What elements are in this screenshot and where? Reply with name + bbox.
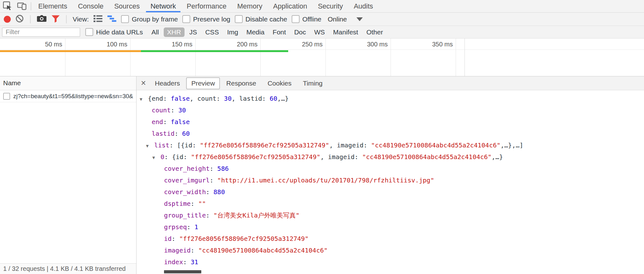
preview-row[interactable]: grpseq: 1 <box>137 221 644 233</box>
json-plain-token: : <box>191 200 198 207</box>
preview-row[interactable]: id: "ff276e8056f58896e7cf92505a312749" <box>137 233 644 245</box>
offline-checkbox[interactable]: Offline <box>292 15 321 23</box>
json-key-token: 0 <box>161 153 164 161</box>
json-plain-token: : [{id: <box>169 141 200 149</box>
json-num-token: 60 <box>270 95 277 102</box>
record-button[interactable] <box>4 16 11 23</box>
json-key-token: dsptime <box>164 200 191 207</box>
json-plain-token: : {id: <box>164 153 191 161</box>
large-request-rows-toggle[interactable] <box>93 15 103 24</box>
network-filter-bar: Hide data URLs AllXHRJSCSSImgMediaFontDo… <box>0 26 644 39</box>
detail-tab-cookies[interactable]: Cookies <box>263 77 297 89</box>
preview-row[interactable]: lastid: 60 <box>137 128 644 140</box>
preview-row[interactable]: ▼list: [{id: "ff276e8056f58896e7cf92505a… <box>137 140 644 151</box>
json-plain-token: : <box>206 188 213 196</box>
tab-network[interactable]: Network <box>145 0 181 12</box>
preview-row[interactable]: cover_height: 586 <box>137 163 644 175</box>
toolbar-divider <box>31 2 31 10</box>
json-key-token: cover_height <box>164 165 210 172</box>
filter-type-ws[interactable]: WS <box>311 27 328 37</box>
preview-row[interactable]: index: 31 <box>137 256 644 268</box>
filter-type-js[interactable]: JS <box>186 27 201 37</box>
json-str-token: "ff276e8056f58896e7cf92505a312749" <box>200 141 329 149</box>
filter-type-doc[interactable]: Doc <box>291 27 309 37</box>
show-overview-toggle[interactable] <box>107 15 117 24</box>
preview-row[interactable]: end: false <box>137 116 644 128</box>
preview-row[interactable]: ▼{end: false, count: 30, lastid: 60,…} <box>137 93 644 104</box>
json-key-token: list <box>154 141 169 149</box>
filter-funnel-icon <box>51 15 60 24</box>
tab-performance[interactable]: Performance <box>181 0 232 12</box>
preview-row[interactable]: dsptime: "" <box>137 198 644 210</box>
json-plain-token: : <box>210 165 217 172</box>
preserve-log-checkbox[interactable]: Preserve log <box>182 15 230 23</box>
json-num-token: 60 <box>182 130 190 137</box>
group-by-frame-checkbox[interactable]: Group by frame <box>121 15 178 23</box>
throttling-select[interactable]: Online <box>328 15 363 23</box>
preview-row[interactable]: imageid: "cc48190e57100864abc4d55a2c4104… <box>137 245 644 256</box>
checkbox-box <box>85 28 93 36</box>
clear-button[interactable] <box>15 14 24 24</box>
timeline-end-boundary <box>465 39 465 76</box>
filter-type-xhr[interactable]: XHR <box>164 27 185 37</box>
detail-tab-headers[interactable]: Headers <box>150 77 185 89</box>
filter-type-font[interactable]: Font <box>269 27 289 37</box>
json-str-token: "cc48190e57100864abc4d55a2c4104c6" <box>198 247 327 254</box>
filter-type-manifest[interactable]: Manifest <box>330 27 361 37</box>
detail-tab-timing[interactable]: Timing <box>298 77 328 89</box>
timeline-gridline <box>325 39 326 76</box>
json-key-token: grpseq <box>164 223 187 231</box>
checkbox-box <box>235 15 243 23</box>
filter-type-media[interactable]: Media <box>243 27 268 37</box>
json-plain-token: ,…},…] <box>501 141 523 149</box>
tab-console[interactable]: Console <box>73 0 109 12</box>
detail-tabbar: × HeadersPreviewResponseCookiesTiming <box>137 76 644 90</box>
clear-icon <box>15 14 24 24</box>
filter-type-other[interactable]: Other <box>363 27 386 37</box>
preview-row[interactable]: group_title: "台湾美女Kila户外唯美写真" <box>137 210 644 221</box>
hide-data-urls-checkbox[interactable]: Hide data URLs <box>85 28 143 36</box>
timeline-gridline <box>260 39 261 76</box>
tab-sources[interactable]: Sources <box>109 0 145 12</box>
disclosure-triangle-icon[interactable]: ▼ <box>152 152 161 163</box>
json-num-token: 31 <box>191 258 198 266</box>
json-plain-token: : <box>174 130 182 137</box>
request-row[interactable]: zj?ch=beauty&t1=595&listtype=new&sn=30&l… <box>0 90 136 102</box>
name-column-header[interactable]: Name <box>0 76 136 90</box>
tab-elements[interactable]: Elements <box>33 0 73 12</box>
detail-tab-response[interactable]: Response <box>221 77 261 89</box>
network-filter-toggle-button[interactable] <box>51 15 60 24</box>
filter-type-img[interactable]: Img <box>224 27 242 37</box>
timeline-gridline <box>195 39 196 76</box>
disclosure-triangle-icon[interactable]: ▼ <box>140 93 148 104</box>
detail-tab-preview[interactable]: Preview <box>186 77 220 89</box>
json-key-token: lastid <box>152 130 174 137</box>
timeline-overview[interactable]: 50 ms100 ms150 ms200 ms250 ms300 ms350 m… <box>0 39 644 76</box>
filter-type-css[interactable]: CSS <box>202 27 222 37</box>
tab-application[interactable]: Application <box>268 0 313 12</box>
tab-memory[interactable]: Memory <box>232 0 268 12</box>
device-toolbar-button[interactable] <box>15 0 29 12</box>
preview-row[interactable]: ▼0: {id: "ff276e8056f58896e7cf92505a3127… <box>137 151 644 163</box>
panel-tabbar: ElementsConsoleSourcesNetworkPerformance… <box>0 0 644 13</box>
capture-screenshots-button[interactable] <box>37 15 47 24</box>
disclosure-triangle-icon[interactable]: ▼ <box>146 140 154 151</box>
json-str-token: "" <box>198 200 206 207</box>
request-checkbox[interactable] <box>3 93 10 100</box>
preview-row[interactable]: cover_imgurl: "http://i1.umei.cc/uploads… <box>137 175 644 186</box>
tab-audits[interactable]: Audits <box>348 0 378 12</box>
tab-security[interactable]: Security <box>313 0 348 12</box>
filter-type-all[interactable]: All <box>148 27 162 37</box>
disable-cache-label: Disable cache <box>246 15 287 23</box>
preview-row[interactable]: count: 30 <box>137 104 644 116</box>
detail-tabs: HeadersPreviewResponseCookiesTiming <box>150 77 328 89</box>
close-detail-button[interactable]: × <box>138 78 149 88</box>
json-plain-token: {end: <box>148 95 171 102</box>
disable-cache-checkbox[interactable]: Disable cache <box>235 15 287 23</box>
preview-row[interactable]: cover_width: 880 <box>137 186 644 198</box>
inspect-element-button[interactable] <box>0 0 15 12</box>
filter-input[interactable] <box>2 27 80 37</box>
list-rows-icon <box>93 15 103 24</box>
json-num-token: 30 <box>224 95 232 102</box>
json-plain-token: : <box>183 258 191 266</box>
